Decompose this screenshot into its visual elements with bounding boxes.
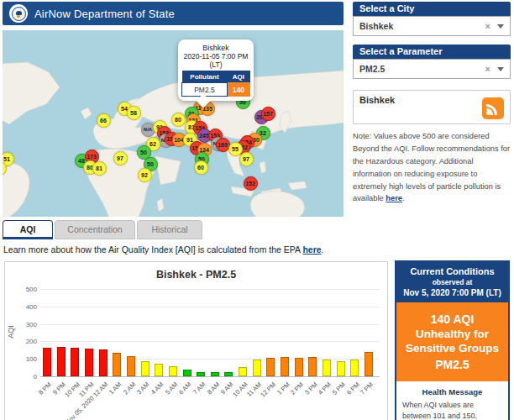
aqi-marker[interactable]: 97	[239, 152, 254, 166]
aqi-marker[interactable]: 55	[228, 142, 243, 156]
aqi-bar[interactable]	[127, 356, 135, 376]
world-aqi-map[interactable]: 51665458N/A91153N/A153104625050924817380…	[3, 30, 344, 217]
aqi-bar[interactable]	[308, 357, 317, 376]
aqi-bar[interactable]	[211, 372, 219, 376]
aqi-bar[interactable]	[266, 358, 275, 376]
chevron-down-icon[interactable]	[497, 67, 504, 71]
rss-feed-box: Bishkek	[353, 90, 511, 124]
health-message-text: When AQI values are between 101 and 150,…	[396, 400, 508, 420]
popup-col-pollutant: Pollutant	[182, 71, 228, 83]
note-here-link[interactable]: here	[386, 194, 402, 202]
aqi-marker[interactable]: 60	[194, 160, 208, 175]
us-state-seal-icon	[9, 4, 28, 23]
x-tick-label: 6 AM	[177, 381, 192, 396]
aqi-bar[interactable]	[113, 353, 121, 376]
aqi-note: Note: Values above 500 are considered Be…	[353, 130, 511, 205]
aqi-marker[interactable]: 157	[261, 107, 275, 121]
aqi-bar[interactable]	[197, 372, 205, 376]
x-tick-label: 4 AM	[149, 381, 165, 396]
learn-more-suffix: .	[322, 244, 324, 255]
city-select[interactable]: Bishkek ×	[353, 16, 511, 36]
aqi-bar[interactable]	[337, 361, 345, 376]
aqi-bar[interactable]	[99, 349, 108, 376]
city-select-panel: Select a City Bishkek ×	[353, 2, 511, 36]
aqi-bar-chart: Bishkek - PM2.5 AQI 0100200300400500 8 P…	[4, 261, 388, 420]
current-conditions-title: Current Conditions	[399, 266, 506, 276]
aqi-bar[interactable]	[71, 348, 79, 376]
y-tick-label: 400	[8, 303, 37, 311]
aqi-bar[interactable]	[253, 360, 261, 376]
aqi-marker[interactable]: 152	[244, 176, 258, 191]
gridline	[40, 289, 380, 290]
tab-concentration[interactable]: Concentration	[55, 220, 135, 239]
tab-aqi[interactable]: AQI	[3, 220, 53, 239]
x-tick-label: 5 AM	[164, 381, 179, 396]
gridline	[40, 376, 380, 377]
app-header: AirNow Department of State	[3, 2, 344, 25]
x-tick-label: 2 AM	[122, 381, 137, 396]
x-tick-label: 8 AM	[206, 381, 221, 396]
aqi-bar[interactable]	[365, 352, 373, 376]
aqi-marker[interactable]: 80	[171, 113, 186, 127]
aqi-bar[interactable]	[57, 347, 66, 376]
x-tick-label: 2 PM	[289, 381, 305, 396]
x-tick-label: 7 AM	[191, 381, 207, 396]
city-select-value: Bishkek	[359, 21, 485, 31]
popup-datetime: 2020-11-05 7:00 PM	[181, 52, 250, 60]
health-message-title: Health Message	[396, 387, 508, 396]
y-tick-label: 0	[8, 373, 37, 381]
aqi-bar[interactable]	[350, 360, 359, 376]
aqi-bar[interactable]	[141, 361, 149, 376]
parameter-clear-icon[interactable]: ×	[485, 64, 490, 74]
airnow-dos-page: AirNow Department of State	[0, 0, 514, 420]
parameter-select-value: PM2.5	[359, 64, 485, 74]
aqi-marker[interactable]: 81	[92, 161, 107, 176]
current-conditions-panel: Current Conditions observed at Nov 5, 20…	[395, 260, 510, 420]
aqi-marker[interactable]: 97	[113, 151, 128, 165]
gridline	[40, 341, 380, 342]
popup-city: Bishkek	[181, 44, 250, 52]
y-tick-label: 100	[8, 355, 37, 363]
y-tick-label: 500	[8, 286, 37, 293]
x-tick-label: 3 AM	[135, 381, 150, 396]
aqi-bar[interactable]	[224, 372, 233, 376]
current-aqi-block: 140 AQI Unhealthy for Sensitive Groups P…	[396, 302, 508, 381]
x-tick-label: 1 AM	[108, 381, 123, 396]
parameter-select-panel: Select a Parameter PM2.5 ×	[353, 45, 511, 79]
learn-more-prefix: Learn more about how the Air Quality Ind…	[3, 244, 302, 255]
tab-historical[interactable]: Historical	[137, 220, 202, 239]
gridline	[40, 324, 380, 325]
aqi-bar[interactable]	[295, 358, 303, 376]
city-clear-icon[interactable]: ×	[485, 21, 490, 31]
aqi-bar[interactable]	[85, 349, 93, 376]
x-tick-label: 7 PM	[359, 381, 375, 396]
note-suffix: .	[402, 194, 405, 202]
current-pollutant: PM2.5	[401, 358, 503, 371]
aqi-marker[interactable]: 66	[97, 113, 111, 128]
y-tick-label: 200	[8, 338, 37, 345]
x-tick-label: 12 PM	[259, 381, 277, 399]
map-popup: Bishkek 2020-11-05 7:00 PM (LT) Pollutan…	[178, 39, 254, 101]
parameter-select[interactable]: PM2.5 ×	[353, 59, 511, 79]
x-tick-label: 8 PM	[38, 381, 54, 396]
rss-icon[interactable]	[482, 97, 504, 119]
popup-table: Pollutant AQI PM2.5 140	[181, 71, 250, 97]
chevron-down-icon[interactable]	[497, 24, 504, 29]
aqi-bar[interactable]	[169, 366, 177, 376]
aqi-bar[interactable]	[155, 364, 163, 376]
aqi-bar[interactable]	[281, 357, 289, 376]
aqi-bar[interactable]	[239, 367, 247, 376]
aqi-marker[interactable]: 92	[138, 168, 152, 182]
gridline	[40, 307, 380, 307]
aqi-marker[interactable]: 169	[216, 138, 230, 152]
aqi-marker[interactable]: 58	[127, 106, 141, 120]
aqi-bar[interactable]	[183, 370, 191, 376]
chart-title: Bishkek - PM2.5	[5, 269, 387, 281]
x-tick-label: 3 PM	[303, 381, 319, 396]
observed-at-label: observed at	[399, 278, 506, 286]
parameter-panel-title: Select a Parameter	[353, 45, 511, 59]
aqi-bar[interactable]	[43, 348, 51, 376]
learn-more-here-link[interactable]: here	[302, 244, 321, 255]
aqi-bar[interactable]	[323, 360, 331, 376]
learn-more-text: Learn more about how the Air Quality Ind…	[3, 244, 324, 255]
